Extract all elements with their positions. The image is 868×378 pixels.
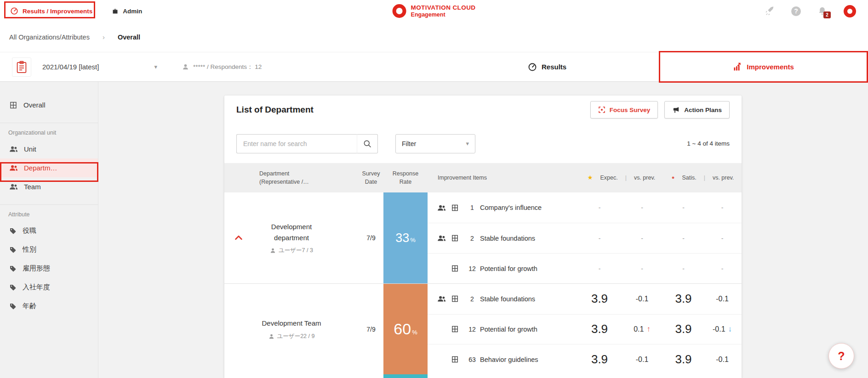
col-header-response-rate: Response Rate — [383, 163, 428, 192]
department-cell[interactable]: Development department ユーザー7 / 3 — [224, 192, 359, 283]
rocket-icon[interactable] — [765, 6, 775, 16]
gauge-icon — [10, 7, 18, 15]
item-label: Potential for growth — [480, 326, 579, 333]
tab-improvements-label: Improvements — [747, 63, 794, 71]
improvement-item-row[interactable]: 12 Potential for growth 3.9 0.1 ↑ 3.9 -0… — [428, 314, 742, 344]
improvement-item-row[interactable]: 63 Behavior guidelines 3.9 -0.1 3.9 -0.1 — [428, 344, 742, 374]
sidebar-item-attribute-0[interactable]: 役職 — [0, 221, 98, 240]
tab-improvements[interactable]: Improvements — [659, 52, 868, 81]
table-row: Development department ユーザー7 / 3 7/9 33% — [224, 192, 742, 283]
sidebar-item-label: Overall — [23, 101, 46, 109]
focus-icon — [598, 106, 605, 113]
action-plans-button[interactable]: Action Plans — [664, 101, 730, 118]
briefcase-icon — [112, 8, 119, 15]
improvement-item-row[interactable]: 2 Stable foundations 3.9 -0.1 3.9 -0.1 — [428, 284, 742, 314]
satisfaction-vs-prev: - — [703, 265, 742, 272]
sidebar-section-attribute: Attribute — [0, 211, 98, 218]
sidebar-item-attribute-1[interactable]: 性別 — [0, 240, 98, 259]
item-number: 12 — [464, 265, 480, 272]
building-icon — [9, 101, 17, 109]
department-representative: ユーザー22 / 9 — [268, 333, 315, 340]
divider — [0, 204, 98, 205]
expectation-vs-prev: - — [620, 265, 664, 272]
sidebar-item-attribute-2[interactable]: 雇用形態 — [0, 259, 98, 278]
sidebar-item-label: 性別 — [23, 245, 36, 254]
chart-increase-icon — [733, 62, 742, 72]
sidebar-item-department[interactable]: Departm… — [0, 158, 98, 177]
improvement-item-row[interactable]: 2 Stable foundations - - - - — [428, 223, 742, 253]
tab-results-label: Results — [542, 63, 566, 71]
divider — [0, 123, 98, 123]
expectation-value: 3.9 — [579, 352, 620, 367]
trend-up-icon: ↑ — [646, 325, 651, 334]
person-icon — [268, 333, 274, 339]
action-plans-label: Action Plans — [684, 107, 722, 113]
avatar[interactable] — [844, 5, 856, 17]
improvement-item-row[interactable]: 12 Potential for growth - - - - — [428, 253, 742, 283]
search-input[interactable] — [236, 134, 357, 153]
filter-label: Filter — [402, 140, 416, 147]
chevron-right-icon: › — [103, 33, 105, 41]
improvement-item-row[interactable]: 1 Company's influence - - - - — [428, 192, 742, 223]
tag-icon — [9, 303, 17, 310]
table-row: Development Team ユーザー22 / 9 7/9 60% — [224, 283, 742, 374]
response-rate-badge: 60% — [383, 284, 428, 374]
expectation-value: - — [579, 204, 620, 211]
breadcrumb-root[interactable]: All Organizations/Attributes — [9, 34, 90, 41]
people-icon — [437, 203, 446, 212]
survey-period-select[interactable]: 2021/04/19 [latest] ▾ — [42, 63, 157, 71]
sidebar-item-team[interactable]: Team — [0, 177, 98, 196]
satisfaction-value: - — [664, 235, 703, 242]
satisfaction-value: - — [664, 265, 703, 272]
focus-survey-button[interactable]: Focus Survey — [590, 101, 658, 118]
sidebar-item-overall[interactable]: Overall — [0, 96, 98, 114]
person-icon — [182, 63, 189, 70]
sidebar-section-org: Organizational unit — [0, 130, 98, 136]
sidebar-item-label: 入社年度 — [23, 283, 50, 292]
collapse-caret-icon[interactable] — [234, 233, 244, 243]
sidebar-item-attribute-4[interactable]: 年齢 — [0, 297, 98, 316]
search-button[interactable] — [357, 134, 378, 153]
building-icon — [450, 294, 459, 304]
floating-help-button[interactable]: ? — [828, 343, 854, 369]
satisfaction-value: 3.9 — [664, 322, 703, 336]
expectation-vs-prev: 0.1 ↑ — [620, 325, 664, 334]
tab-results[interactable]: Results — [528, 52, 566, 81]
nav-admin[interactable]: Admin — [112, 8, 142, 15]
sidebar-item-label: Team — [24, 183, 41, 191]
brand-mark-icon — [393, 4, 406, 18]
building-icon — [450, 355, 459, 364]
department-name: Development department — [259, 221, 324, 243]
sidebar-item-label: 役職 — [23, 226, 36, 235]
notifications-bell[interactable]: 2 — [817, 6, 827, 16]
response-rate-badge: 33% — [383, 192, 428, 283]
satisfaction-value: 3.9 — [664, 292, 703, 306]
chevron-down-icon: ▾ — [466, 140, 469, 147]
help-icon[interactable]: ? — [791, 6, 801, 16]
col-header-improvement-items: Improvement Items — [428, 174, 579, 182]
item-number: 63 — [464, 356, 480, 363]
building-icon — [450, 234, 459, 243]
notification-badge: 2 — [823, 11, 831, 18]
item-number: 2 — [464, 295, 480, 303]
brand-logo: MOTIVATION CLOUD Engagement — [393, 0, 476, 22]
chevron-down-icon: ▾ — [154, 63, 157, 70]
survey-date: 7/9 — [359, 284, 383, 374]
satisfaction-vs-prev: -0.1 — [703, 295, 742, 303]
department-representative: ユーザー7 / 3 — [270, 247, 313, 254]
department-cell[interactable]: Development Team ユーザー22 / 9 — [224, 284, 359, 374]
sidebar-item-unit[interactable]: Unit — [0, 140, 98, 158]
department-name: Development Team — [259, 318, 324, 328]
satisfaction-value: - — [664, 204, 703, 211]
survey-period-value: 2021/04/19 [latest] — [42, 63, 99, 71]
col-header-satisfaction: ● Satis. | vs. prev. — [664, 174, 742, 182]
sidebar-item-attribute-3[interactable]: 入社年度 — [0, 278, 98, 297]
satisfaction-vs-prev: -0.1 — [703, 355, 742, 364]
tag-icon — [9, 284, 17, 291]
brand-line1: MOTIVATION CLOUD — [411, 4, 476, 11]
filter-select[interactable]: Filter ▾ — [395, 134, 475, 153]
breadcrumb-current: Overall — [118, 34, 140, 41]
nav-results-improvements[interactable]: Results / Improvements — [10, 7, 92, 15]
respondents-text: ***** / Respondents： 12 — [193, 63, 262, 71]
item-label: Stable foundations — [480, 235, 579, 242]
